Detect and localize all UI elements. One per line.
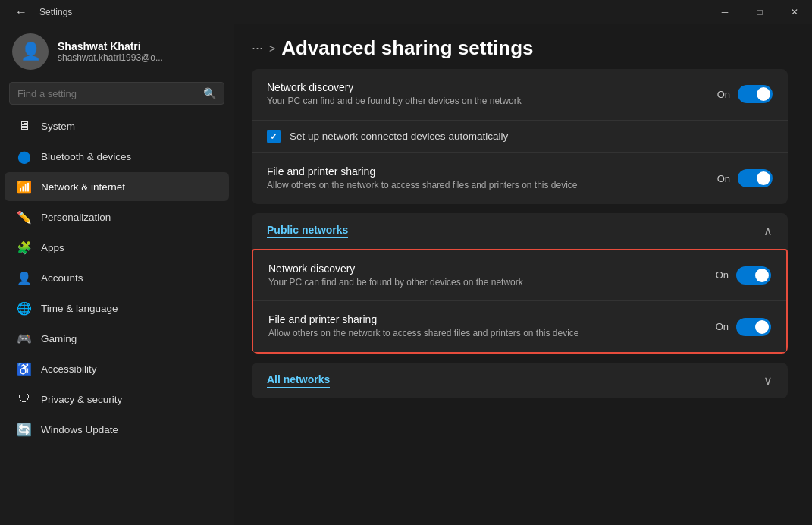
private-section: Network discovery Your PC can find and b… — [252, 69, 788, 204]
public-section-chevron: ∧ — [763, 224, 773, 238]
private-file-sharing-label: File and printer sharing — [267, 165, 717, 178]
public-network-discovery-desc: Your PC can find and be found by other d… — [268, 276, 663, 289]
privacy-icon: 🛡 — [17, 391, 32, 407]
private-network-discovery-label: Network discovery — [267, 81, 717, 93]
content-scroll: Network discovery Your PC can find and b… — [234, 69, 812, 525]
nav-item-accounts[interactable]: 👤 Accounts — [5, 263, 229, 292]
content-header: ··· > Advanced sharing settings — [234, 24, 812, 69]
auto-setup-checkbox[interactable] — [267, 130, 281, 143]
nav-item-personalization[interactable]: ✏️ Personalization — [5, 203, 229, 231]
content-area: ··· > Advanced sharing settings Network … — [234, 24, 812, 525]
private-file-sharing-toggle[interactable] — [738, 169, 773, 187]
user-profile[interactable]: 👤 Shashwat Khatri shashwat.khatri1993@o.… — [0, 24, 234, 82]
auto-setup-label: Set up network connected devices automat… — [290, 130, 508, 142]
search-icon: 🔍 — [203, 87, 216, 99]
public-file-sharing-state: On — [716, 321, 729, 332]
breadcrumb-dots[interactable]: ··· — [252, 40, 263, 56]
avatar: 👤 — [12, 33, 49, 70]
nav-item-gaming[interactable]: 🎮 Gaming — [5, 324, 229, 353]
nav-item-apps[interactable]: 🧩 Apps — [5, 233, 229, 262]
public-file-sharing-toggle[interactable] — [736, 318, 771, 336]
breadcrumb-arrow: > — [269, 42, 275, 55]
nav-item-update[interactable]: 🔄 Windows Update — [5, 415, 229, 444]
window-controls: ─ □ ✕ — [707, 0, 812, 24]
back-button[interactable]: ← — [9, 5, 33, 19]
personalization-icon: ✏️ — [17, 209, 32, 225]
nav-item-time[interactable]: 🌐 Time & language — [5, 294, 229, 322]
all-networks-chevron: ∨ — [763, 373, 773, 388]
nav-item-accessibility[interactable]: ♿ Accessibility — [5, 354, 229, 383]
title-bar: ← Settings ─ □ ✕ — [0, 0, 812, 24]
public-section-title: Public networks — [267, 224, 348, 238]
apps-icon: 🧩 — [17, 240, 32, 255]
all-networks-section: All networks ∨ — [252, 363, 788, 398]
user-name: Shashwat Khatri — [58, 40, 163, 52]
page-title: Advanced sharing settings — [281, 36, 533, 60]
nav-item-system[interactable]: 🖥 System — [5, 112, 229, 140]
public-file-sharing-desc: Allow others on the network to access sh… — [268, 327, 663, 340]
time-icon: 🌐 — [17, 300, 32, 316]
auto-setup-row: Set up network connected devices automat… — [252, 121, 788, 153]
private-file-sharing-desc: Allow others on the network to access sh… — [267, 179, 661, 192]
private-network-discovery-state: On — [717, 89, 730, 100]
minimize-button[interactable]: ─ — [707, 0, 742, 24]
nav-item-bluetooth[interactable]: ⬤ Bluetooth & devices — [5, 142, 229, 171]
nav-item-privacy[interactable]: 🛡 Privacy & security — [5, 385, 229, 413]
public-section: Public networks ∧ Network discovery Your… — [252, 213, 788, 354]
public-network-discovery-toggle[interactable] — [736, 266, 771, 285]
accounts-icon: 👤 — [17, 270, 32, 285]
public-file-sharing-label: File and printer sharing — [268, 313, 716, 325]
private-file-sharing-state: On — [717, 173, 730, 184]
app-title: Settings — [39, 7, 72, 17]
private-network-discovery-toggle[interactable] — [738, 85, 773, 103]
private-file-sharing-row: File and printer sharing Allow others on… — [252, 153, 788, 204]
public-settings-highlight: Network discovery Your PC can find and b… — [252, 249, 788, 354]
public-section-header[interactable]: Public networks ∧ — [252, 213, 788, 249]
public-file-sharing-row: File and printer sharing Allow others on… — [253, 301, 786, 352]
sidebar: 👤 Shashwat Khatri shashwat.khatri1993@o.… — [0, 24, 234, 525]
user-email: shashwat.khatri1993@o... — [58, 52, 163, 63]
private-network-discovery-desc: Your PC can find and be found by other d… — [267, 95, 661, 108]
all-networks-title: All networks — [267, 373, 330, 388]
nav-item-network[interactable]: 📶 Network & internet — [5, 172, 229, 201]
search-input[interactable] — [17, 88, 197, 99]
search-box[interactable]: 🔍 — [9, 82, 224, 105]
accessibility-icon: ♿ — [17, 361, 32, 376]
update-icon: 🔄 — [17, 422, 32, 437]
public-network-discovery-row: Network discovery Your PC can find and b… — [253, 250, 786, 302]
maximize-button[interactable]: □ — [742, 0, 777, 24]
private-network-discovery-row: Network discovery Your PC can find and b… — [252, 69, 788, 121]
bluetooth-icon: ⬤ — [17, 149, 32, 164]
network-icon: 📶 — [17, 179, 32, 194]
close-button[interactable]: ✕ — [777, 0, 812, 24]
system-icon: 🖥 — [17, 118, 32, 134]
all-networks-header[interactable]: All networks ∨ — [252, 363, 788, 398]
gaming-icon: 🎮 — [17, 331, 32, 346]
public-network-discovery-state: On — [716, 269, 729, 281]
public-network-discovery-label: Network discovery — [268, 262, 716, 275]
